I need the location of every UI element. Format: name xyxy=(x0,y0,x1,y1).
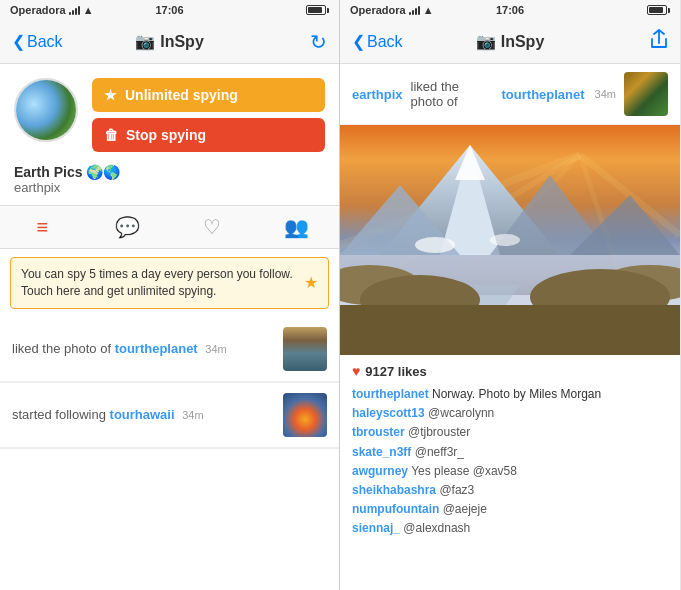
promo-star-icon: ★ xyxy=(304,273,318,292)
comment-item: haleyscott13 @wcarolynn xyxy=(352,404,668,423)
likes-row: ♥ 9127 likes xyxy=(352,363,668,379)
commenter-name: haleyscott13 xyxy=(352,406,425,420)
header-time: 34m xyxy=(595,88,616,100)
profile-section: ★ Unlimited spying 🗑 Stop spying xyxy=(0,64,339,160)
tab-bar: ≡ 💬 ♡ 👥 xyxy=(0,205,339,249)
feed-text: started following tourhawaii 34m xyxy=(12,406,273,424)
battery-icon xyxy=(306,5,329,15)
comments-list: haleyscott13 @wcarolynntbrouster @tjbrou… xyxy=(352,404,668,538)
stop-spying-button[interactable]: 🗑 Stop spying xyxy=(92,118,325,152)
promo-text: You can spy 5 times a day every person y… xyxy=(21,266,296,300)
tab-comments[interactable]: 💬 xyxy=(85,206,170,248)
comment-item: numpufountain @aejeje xyxy=(352,500,668,519)
feed-list: liked the photo of tourtheplanet 34m sta… xyxy=(0,317,339,590)
unlimited-spying-button[interactable]: ★ Unlimited spying xyxy=(92,78,325,112)
comment-item: awgurney Yes please @xav58 xyxy=(352,462,668,481)
nav-bar-left: ❮ Back 📷 InSpy ↻ xyxy=(0,20,339,64)
photo-description: tourtheplanet Norway. Photo by Miles Mor… xyxy=(352,385,668,404)
tab-following[interactable]: 👥 xyxy=(254,206,339,248)
feed-item[interactable]: started following tourhawaii 34m xyxy=(0,383,339,448)
photo-owner: tourtheplanet xyxy=(352,387,429,401)
status-bar-left: Operadora ▲ 17:06 xyxy=(0,0,339,20)
commenter-name: awgurney xyxy=(352,464,408,478)
target-username: tourhawaii xyxy=(110,407,175,422)
target-username: tourtheplanet xyxy=(115,341,198,356)
likes-count: 9127 likes xyxy=(365,364,426,379)
header-user: earthpix xyxy=(352,87,403,102)
refresh-button[interactable]: ↻ xyxy=(310,30,327,54)
nav-title: 📷 InSpy xyxy=(476,32,545,51)
wifi-icon: ▲ xyxy=(83,4,94,16)
battery-icon xyxy=(647,5,670,15)
status-bar-right: Operadora ▲ 17:06 xyxy=(340,0,680,20)
feed-time: 34m xyxy=(182,409,203,421)
comment-text: @neff3r_ xyxy=(411,445,464,459)
photo-description-text: Norway. Photo by Miles Morgan xyxy=(432,387,601,401)
commenter-name: skate_n3ff xyxy=(352,445,411,459)
comment-item: siennaj_ @alexdnash xyxy=(352,519,668,538)
feed-item[interactable]: liked the photo of tourtheplanet 34m xyxy=(0,317,339,382)
back-button[interactable]: ❮ Back xyxy=(12,32,63,51)
main-photo xyxy=(340,125,680,355)
carrier-label: Operadora xyxy=(10,4,66,16)
app-title: InSpy xyxy=(501,33,545,51)
header-target: tourtheplanet xyxy=(502,87,585,102)
share-button[interactable] xyxy=(650,29,668,54)
svg-point-20 xyxy=(490,234,520,246)
comment-item: skate_n3ff @neff3r_ xyxy=(352,443,668,462)
comment-text: Yes please @xav58 xyxy=(408,464,517,478)
camera-icon: 📷 xyxy=(135,32,155,51)
app-title: InSpy xyxy=(160,33,204,51)
profile-buttons: ★ Unlimited spying 🗑 Stop spying xyxy=(92,78,325,152)
feed-text: liked the photo of tourtheplanet 34m xyxy=(12,340,273,358)
svg-rect-18 xyxy=(340,305,680,355)
photo-details: ♥ 9127 likes tourtheplanet Norway. Photo… xyxy=(340,355,680,590)
feed-thumbnail xyxy=(283,327,327,371)
comment-text: @wcarolynn xyxy=(425,406,495,420)
wifi-icon: ▲ xyxy=(423,4,434,16)
carrier-label: Operadora xyxy=(350,4,406,16)
comment-text: @faz3 xyxy=(436,483,474,497)
back-label: Back xyxy=(27,33,63,51)
header-thumbnail xyxy=(624,72,668,116)
signal-icon xyxy=(69,5,80,15)
commenter-name: sheikhabashra xyxy=(352,483,436,497)
trash-icon: 🗑 xyxy=(104,127,118,143)
action-text: started following xyxy=(12,407,110,422)
svg-point-19 xyxy=(415,237,455,253)
camera-icon: 📷 xyxy=(476,32,496,51)
profile-username: earthpix xyxy=(14,180,325,195)
comment-text: @alexdnash xyxy=(400,521,470,535)
star-icon: ★ xyxy=(104,87,117,103)
feed-thumbnail xyxy=(283,393,327,437)
comment-item: sheikhabashra @faz3 xyxy=(352,481,668,500)
unlimited-label: Unlimited spying xyxy=(125,87,238,103)
avatar xyxy=(14,78,78,142)
commenter-name: tbrouster xyxy=(352,425,405,439)
stop-label: Stop spying xyxy=(126,127,206,143)
signal-icon xyxy=(409,5,420,15)
right-phone: Operadora ▲ 17:06 ❮ Back 📷 InSpy xyxy=(340,0,680,590)
action-text: liked the photo of xyxy=(12,341,115,356)
back-label: Back xyxy=(367,33,403,51)
promo-banner[interactable]: You can spy 5 times a day every person y… xyxy=(10,257,329,309)
tab-likes[interactable]: ♡ xyxy=(170,206,255,248)
tab-activity[interactable]: ≡ xyxy=(0,206,85,248)
commenter-name: siennaj_ xyxy=(352,521,400,535)
time-label: 17:06 xyxy=(496,4,524,16)
nav-bar-right: ❮ Back 📷 InSpy xyxy=(340,20,680,64)
profile-info: Earth Pics 🌍🌎 earthpix xyxy=(0,160,339,205)
right-feed-header: earthpix liked the photo of tourtheplane… xyxy=(340,64,680,125)
back-button[interactable]: ❮ Back xyxy=(352,32,403,51)
feed-time: 34m xyxy=(205,343,226,355)
heart-icon: ♥ xyxy=(352,363,360,379)
header-action: liked the photo of xyxy=(411,79,494,109)
nav-title: 📷 InSpy xyxy=(135,32,204,51)
commenter-name: numpufountain xyxy=(352,502,439,516)
chevron-left-icon: ❮ xyxy=(12,32,25,51)
comment-text: @tjbrouster xyxy=(405,425,471,439)
chevron-left-icon: ❮ xyxy=(352,32,365,51)
time-label: 17:06 xyxy=(155,4,183,16)
left-phone: Operadora ▲ 17:06 ❮ Back 📷 InSpy ↻ xyxy=(0,0,340,590)
comment-item: tbrouster @tjbrouster xyxy=(352,423,668,442)
